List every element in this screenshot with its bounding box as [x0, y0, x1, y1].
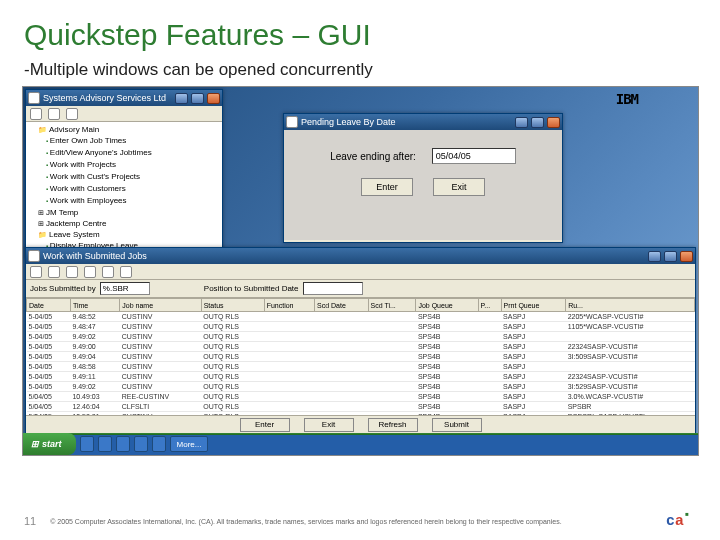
tool-icon[interactable] — [66, 108, 78, 120]
tree-body[interactable]: Advisory Main Enter Own Job TimesEdit/Vi… — [26, 122, 222, 258]
column-header[interactable]: Time — [70, 299, 119, 312]
table-cell: 9.48:47 — [70, 322, 119, 332]
taskbar-item[interactable] — [80, 436, 94, 452]
tree-folder[interactable]: Jacktemp Centre — [28, 218, 220, 229]
titlebar[interactable]: Work with Submitted Jobs — [26, 248, 695, 264]
toolbar — [26, 106, 222, 122]
table-row[interactable]: 5/04/0512.46:04CLFSLTIOUTQ RLSSPS4BSASPJ… — [27, 402, 695, 412]
table-cell — [478, 382, 501, 392]
column-header[interactable]: Prnt Queue — [501, 299, 566, 312]
tree-item[interactable]: Work with Customers — [28, 183, 220, 195]
tool-icon[interactable] — [30, 266, 42, 278]
table-cell — [478, 322, 501, 332]
table-row[interactable]: 5-04/059.48:58CUSTINVOUTQ RLSSPS4BSASPJ — [27, 362, 695, 372]
tool-icon[interactable] — [66, 266, 78, 278]
table-cell — [478, 362, 501, 372]
start-label: start — [42, 439, 62, 449]
tree-item[interactable]: Work with Projects — [28, 159, 220, 171]
filter-date-input[interactable] — [303, 282, 363, 295]
exit-button[interactable]: Exit — [433, 178, 485, 196]
column-header[interactable]: Job name — [120, 299, 201, 312]
tree-folder[interactable]: Leave System — [28, 229, 220, 240]
tree-item[interactable]: Enter Own Job Times — [28, 135, 220, 147]
table-cell: SPSBR — [566, 402, 695, 412]
taskbar-item[interactable] — [116, 436, 130, 452]
enter-button[interactable]: Enter — [240, 418, 290, 432]
close-button[interactable] — [680, 251, 693, 262]
enter-button[interactable]: Enter — [361, 178, 413, 196]
column-header[interactable]: Date — [27, 299, 71, 312]
table-row[interactable]: 5-04/059.49:00CUSTINVOUTQ RLSSPS4BSASPJ2… — [27, 342, 695, 352]
column-header[interactable]: Job Queue — [416, 299, 478, 312]
table-row[interactable]: 5-04/059.48:47CUSTINVOUTQ RLSSPS4BSASPJ1… — [27, 322, 695, 332]
close-button[interactable] — [207, 93, 220, 104]
taskbar-item[interactable] — [98, 436, 112, 452]
column-header[interactable]: Function — [264, 299, 314, 312]
table-row[interactable]: 5-04/059.49:02CUSTINVOUTQ RLSSPS4BSASPJ3… — [27, 382, 695, 392]
taskbar-item[interactable] — [152, 436, 166, 452]
tree-folder[interactable]: JM Temp — [28, 207, 220, 218]
taskbar[interactable]: ⊞ start More... — [23, 433, 698, 455]
titlebar[interactable]: Systems Advisory Services Ltd — [26, 90, 222, 106]
tool-icon[interactable] — [48, 266, 60, 278]
table-cell — [368, 312, 416, 322]
table-cell — [478, 312, 501, 322]
table-cell: 22324SASP-VCUSTI# — [566, 342, 695, 352]
maximize-button[interactable] — [531, 117, 544, 128]
minimize-button[interactable] — [175, 93, 188, 104]
submit-button[interactable]: Submit — [432, 418, 482, 432]
tree-item[interactable]: Edit/View Anyone's Jobtimes — [28, 147, 220, 159]
table-row[interactable]: 5-04/059.49:04CUSTINVOUTQ RLSSPS4BSASPJ3… — [27, 352, 695, 362]
maximize-button[interactable] — [191, 93, 204, 104]
column-header[interactable]: P... — [478, 299, 501, 312]
filter-user-input[interactable] — [100, 282, 150, 295]
titlebar[interactable]: Pending Leave By Date — [284, 114, 562, 130]
column-header[interactable]: Ru... — [566, 299, 695, 312]
column-header[interactable]: Scd Ti... — [368, 299, 416, 312]
table-cell: 5-04/05 — [27, 382, 71, 392]
table-cell — [264, 402, 314, 412]
tree-folder[interactable]: Advisory Main — [28, 124, 220, 135]
table-cell: SPS4B — [416, 332, 478, 342]
minimize-button[interactable] — [648, 251, 661, 262]
table-row[interactable]: 5-04/059.48:52CUSTINVOUTQ RLSSPS4BSASPJ2… — [27, 312, 695, 322]
submitted-jobs-window[interactable]: Work with Submitted Jobs Jobs Submitted … — [25, 247, 696, 434]
table-row[interactable]: 5/04/0510.49:03REE-CUSTINVOUTQ RLSSPS4BS… — [27, 392, 695, 402]
toolbar — [26, 264, 695, 280]
table-cell — [478, 402, 501, 412]
tool-icon[interactable] — [84, 266, 96, 278]
table-cell — [478, 372, 501, 382]
table-cell — [368, 352, 416, 362]
app-icon — [28, 92, 40, 104]
tool-icon[interactable] — [48, 108, 60, 120]
tree-item[interactable]: Work with Employees — [28, 195, 220, 207]
table-row[interactable]: 5-04/059.49:02CUSTINVOUTQ RLSSPS4BSASPJ — [27, 332, 695, 342]
table-cell: SPS4B — [416, 362, 478, 372]
tool-icon[interactable] — [102, 266, 114, 278]
table-cell: 5-04/05 — [27, 362, 71, 372]
table-cell — [315, 392, 368, 402]
jobs-table[interactable]: DateTimeJob nameStatusFunctionScd DateSc… — [26, 298, 695, 415]
taskbar-item[interactable]: More... — [170, 436, 209, 452]
minimize-button[interactable] — [515, 117, 528, 128]
table-cell — [315, 352, 368, 362]
exit-button[interactable]: Exit — [304, 418, 354, 432]
column-header[interactable]: Scd Date — [315, 299, 368, 312]
maximize-button[interactable] — [664, 251, 677, 262]
tool-icon[interactable] — [120, 266, 132, 278]
column-header[interactable]: Status — [201, 299, 264, 312]
tool-icon[interactable] — [30, 108, 42, 120]
tree-item[interactable]: Work with Cust's Projects — [28, 171, 220, 183]
filter-pos-label: Position to Submitted Date — [204, 284, 299, 293]
leave-date-input[interactable] — [432, 148, 516, 164]
pending-leave-dialog[interactable]: Pending Leave By Date Leave ending after… — [283, 113, 563, 243]
table-row[interactable]: 5-04/059.49:11CUSTINVOUTQ RLSSPS4BSASPJ2… — [27, 372, 695, 382]
start-button[interactable]: ⊞ start — [23, 433, 76, 455]
table-cell — [264, 382, 314, 392]
nav-tree-window[interactable]: Systems Advisory Services Ltd Advisory M… — [25, 89, 223, 259]
refresh-button[interactable]: Refresh — [368, 418, 418, 432]
table-cell: SPS4B — [416, 312, 478, 322]
close-button[interactable] — [547, 117, 560, 128]
taskbar-item[interactable] — [134, 436, 148, 452]
table-cell: SPS4B — [416, 382, 478, 392]
